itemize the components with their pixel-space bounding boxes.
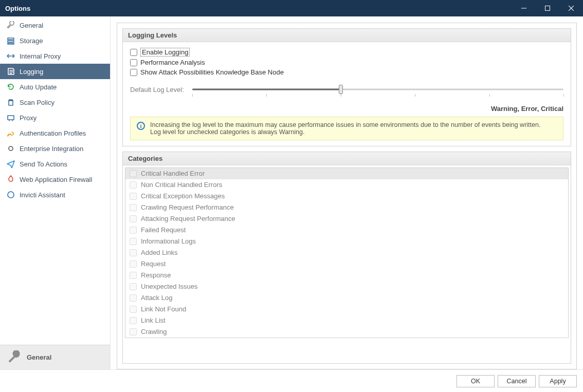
sidebar-item-label: Web Application Firewall	[20, 176, 92, 183]
sidebar-footer-label: General	[27, 353, 51, 361]
category-row[interactable]: Attacking Request Performance	[125, 213, 568, 225]
enable-logging-checkbox[interactable]	[130, 49, 137, 56]
sidebar-item-enterprise-integration[interactable]: Enterprise Integration	[0, 141, 110, 156]
enable-logging-label: Enable Logging	[140, 48, 190, 57]
category-row[interactable]: Attack Log	[125, 292, 568, 304]
log-level-slider[interactable]	[192, 83, 563, 96]
category-checkbox[interactable]	[130, 238, 137, 245]
category-row[interactable]: Request	[125, 258, 568, 270]
categories-group: Categories Critical Handled ErrorNon Cri…	[122, 152, 571, 364]
firewall-icon	[6, 175, 15, 184]
category-checkbox[interactable]	[130, 272, 137, 279]
categories-list: Critical Handled ErrorNon Critical Handl…	[125, 167, 569, 338]
sidebar-item-label: Auto Update	[20, 83, 57, 91]
sidebar-item-label: General	[20, 22, 43, 29]
category-row[interactable]: Non Critical Handled Errors	[125, 179, 568, 191]
category-checkbox[interactable]	[130, 249, 137, 256]
show-attack-checkbox[interactable]	[130, 69, 137, 76]
category-checkbox[interactable]	[130, 260, 137, 268]
category-checkbox[interactable]	[130, 215, 137, 222]
sidebar-item-internal-proxy[interactable]: Internal Proxy	[0, 48, 110, 64]
info-box: i Increasing the log level to the maximu…	[130, 117, 563, 140]
sidebar-item-storage[interactable]: Storage	[0, 33, 110, 48]
category-label: Non Critical Handled Errors	[141, 181, 222, 189]
category-row[interactable]: Added Links	[125, 247, 568, 258]
settings-panel: Logging Levels Enable Logging Performanc…	[117, 23, 577, 369]
performance-analysis-checkbox[interactable]	[130, 59, 137, 66]
apply-button[interactable]: Apply	[539, 375, 577, 387]
sidebar-item-authentication-profiles[interactable]: Authentication Profiles	[0, 125, 110, 141]
sidebar-item-general[interactable]: General	[0, 17, 110, 33]
sidebar-item-label: Proxy	[20, 114, 37, 122]
titlebar: Options	[0, 0, 583, 16]
category-row[interactable]: Response	[125, 270, 568, 281]
category-row[interactable]: Critical Handled Error	[125, 168, 568, 179]
ok-button[interactable]: OK	[457, 375, 495, 387]
category-checkbox[interactable]	[130, 306, 137, 313]
category-row[interactable]: Unexpected Issues	[125, 281, 568, 292]
category-checkbox[interactable]	[130, 193, 137, 200]
category-checkbox[interactable]	[130, 181, 137, 189]
sidebar-item-scan-policy[interactable]: Scan Policy	[0, 95, 110, 110]
category-label: Response	[141, 271, 171, 279]
category-label: Failed Request	[141, 226, 186, 234]
category-label: Attacking Request Performance	[141, 215, 235, 222]
category-row[interactable]: Informational Logs	[125, 236, 568, 247]
dot-icon	[6, 144, 15, 153]
sidebar-item-label: Storage	[20, 37, 43, 45]
key-icon	[6, 128, 15, 138]
minimize-button[interactable]	[512, 0, 536, 16]
category-row[interactable]: Link List	[125, 315, 568, 326]
close-button[interactable]	[559, 0, 583, 16]
show-attack-label: Show Attack Possibilities Knowledge Base…	[140, 68, 284, 76]
info-line-2: Log level for unchecked categories is al…	[150, 128, 540, 136]
category-row[interactable]: Link Not Found	[125, 304, 568, 315]
sidebar-item-label: Send To Actions	[20, 160, 67, 168]
category-row[interactable]: Failed Request	[125, 225, 568, 236]
sidebar-item-auto-update[interactable]: Auto Update	[0, 79, 110, 95]
sidebar-item-label: Authentication Profiles	[20, 129, 86, 137]
cancel-button[interactable]: Cancel	[498, 375, 536, 387]
category-label: Added Links	[141, 249, 178, 256]
category-checkbox[interactable]	[130, 328, 137, 335]
assistant-icon	[6, 190, 15, 199]
sidebar-item-web-application-firewall[interactable]: Web Application Firewall	[0, 172, 110, 187]
category-checkbox[interactable]	[130, 170, 137, 177]
wrench-icon	[6, 21, 15, 30]
category-label: Crawling Request Performance	[141, 203, 234, 211]
category-checkbox[interactable]	[130, 283, 137, 290]
category-row[interactable]: Crawling Request Performance	[125, 202, 568, 213]
sidebar-item-invicti-assistant[interactable]: Invicti Assistant	[0, 187, 110, 202]
sidebar-item-label: Scan Policy	[20, 99, 54, 106]
sidebar-item-label: Enterprise Integration	[20, 145, 83, 153]
sidebar-item-logging[interactable]: Logging	[0, 64, 110, 79]
logging-levels-group: Logging Levels Enable Logging Performanc…	[122, 28, 571, 146]
category-row[interactable]: Crawling	[125, 326, 568, 338]
category-label: Unexpected Issues	[141, 283, 198, 290]
log-level-summary: Warning, Error, Critical	[130, 105, 563, 113]
category-label: Informational Logs	[141, 237, 196, 245]
sidebar-item-proxy[interactable]: Proxy	[0, 110, 110, 125]
category-checkbox[interactable]	[130, 317, 137, 324]
category-label: Critical Exception Messages	[141, 192, 225, 200]
category-label: Attack Log	[141, 294, 172, 302]
category-checkbox[interactable]	[130, 204, 137, 211]
category-row[interactable]: Critical Exception Messages	[125, 191, 568, 202]
window-title: Options	[5, 5, 512, 12]
sidebar-item-label: Internal Proxy	[20, 52, 61, 60]
categories-title: Categories	[123, 152, 571, 165]
category-checkbox[interactable]	[130, 227, 137, 234]
wrench-icon	[7, 350, 22, 365]
category-label: Critical Handled Error	[141, 170, 205, 177]
log-icon	[6, 67, 15, 76]
sidebar-item-label: Logging	[20, 68, 43, 76]
category-checkbox[interactable]	[130, 294, 137, 302]
arrows-h-icon	[6, 51, 15, 61]
proxy-icon	[6, 113, 15, 122]
sidebar: GeneralStorageInternal ProxyLoggingAuto …	[0, 16, 111, 369]
sidebar-footer: General	[0, 345, 110, 369]
maximize-button[interactable]	[536, 0, 559, 16]
sidebar-item-send-to-actions[interactable]: Send To Actions	[0, 156, 110, 172]
default-log-level-label: Default Log Level:	[130, 86, 184, 94]
category-label: Crawling	[141, 328, 167, 335]
